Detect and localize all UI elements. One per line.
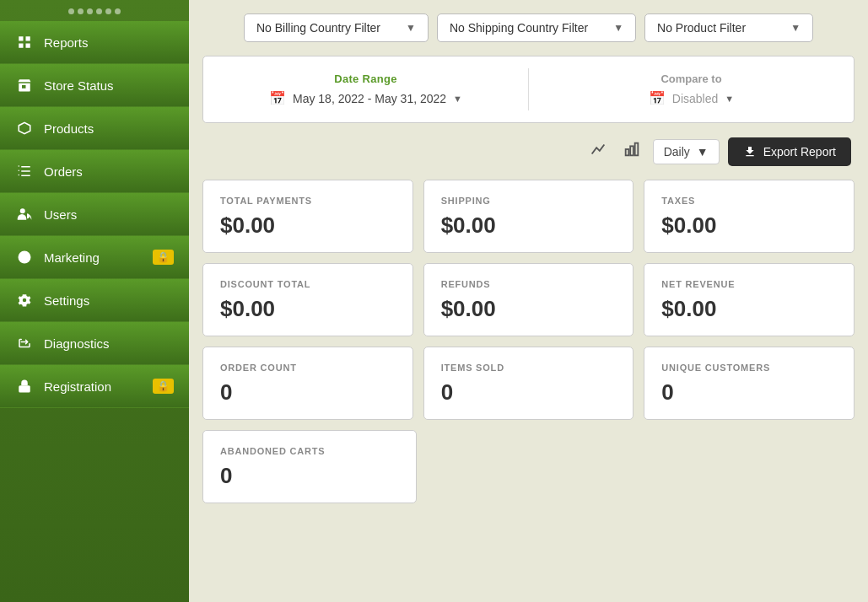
- stat-label-unique-customers: UNIQUE CUSTOMERS: [661, 363, 837, 373]
- diagnostics-icon: [15, 334, 34, 352]
- stat-card-total-payments: TOTAL PAYMENTS $0.00: [202, 180, 413, 253]
- sidebar-item-products[interactable]: Products: [0, 107, 189, 150]
- compare-chevron: ▼: [725, 94, 734, 104]
- stat-card-items-sold: ITEMS SOLD 0: [423, 347, 634, 420]
- sidebar-drag-handle: [0, 0, 189, 21]
- sidebar-item-store-status[interactable]: Store Status: [0, 64, 189, 107]
- sidebar-label-store-status: Store Status: [44, 78, 114, 93]
- product-filter-label: No Product Filter: [657, 21, 746, 35]
- stat-value-taxes: $0.00: [661, 212, 837, 239]
- sidebar-item-settings[interactable]: Settings: [0, 279, 189, 322]
- sidebar-item-users[interactable]: Users: [0, 193, 189, 236]
- stat-value-discount-total: $0.00: [220, 296, 396, 322]
- shipping-filter-label: No Shipping Country Filter: [450, 21, 588, 35]
- date-divider: [528, 68, 529, 110]
- stat-label-net-revenue: NET REVENUE: [661, 279, 837, 289]
- sidebar-label-users: Users: [44, 207, 77, 222]
- stat-label-shipping: SHIPPING: [441, 196, 617, 206]
- compare-label: Compare to: [660, 73, 721, 85]
- export-report-button[interactable]: Export Report: [728, 137, 851, 166]
- billing-filter-chevron: ▼: [406, 22, 416, 34]
- sidebar-label-diagnostics: Diagnostics: [44, 336, 110, 351]
- stat-label-discount-total: DISCOUNT TOTAL: [220, 279, 396, 289]
- registration-lock-icon: 🔒: [153, 379, 174, 394]
- stat-value-shipping: $0.00: [441, 212, 617, 239]
- compare-calendar-icon: 📅: [649, 90, 666, 106]
- date-range-value: May 18, 2022 - May 31, 2022: [293, 92, 446, 105]
- svg-rect-1: [26, 36, 30, 40]
- product-filter-chevron: ▼: [790, 22, 801, 34]
- stat-card-net-revenue: NET REVENUE $0.00: [644, 263, 855, 336]
- stat-card-discount-total: DISCOUNT TOTAL $0.00: [202, 263, 413, 336]
- product-filter-dropdown[interactable]: No Product Filter ▼: [644, 13, 813, 42]
- settings-icon: [15, 291, 34, 309]
- stat-card-order-count: ORDER COUNT 0: [202, 347, 413, 420]
- stat-label-refunds: REFUNDS: [441, 279, 617, 289]
- marketing-lock-icon: 🔒: [153, 250, 174, 265]
- sidebar-item-diagnostics[interactable]: Diagnostics: [0, 322, 189, 365]
- users-icon: [15, 205, 34, 223]
- period-dropdown[interactable]: Daily ▼: [653, 139, 720, 164]
- compare-value: Disabled: [672, 92, 718, 105]
- stat-label-taxes: TAXES: [661, 196, 837, 206]
- svg-rect-8: [630, 146, 633, 155]
- registration-icon: [15, 377, 34, 395]
- svg-rect-3: [26, 44, 30, 48]
- stat-label-total-payments: TOTAL PAYMENTS: [220, 196, 396, 206]
- sidebar-label-marketing: Marketing: [44, 250, 100, 265]
- marketing-icon: [15, 248, 34, 266]
- svg-rect-2: [19, 44, 23, 48]
- stat-value-items-sold: 0: [441, 379, 617, 406]
- stat-value-order-count: 0: [220, 379, 396, 406]
- shipping-filter-dropdown[interactable]: No Shipping Country Filter ▼: [437, 13, 636, 42]
- sidebar-label-registration: Registration: [44, 379, 111, 394]
- stat-card-taxes: TAXES $0.00: [644, 180, 855, 253]
- date-range-chevron: ▼: [453, 94, 462, 104]
- stat-value-total-payments: $0.00: [220, 212, 396, 239]
- stat-value-abandoned-carts: 0: [220, 463, 399, 489]
- svg-rect-9: [634, 143, 638, 156]
- svg-rect-0: [19, 36, 23, 40]
- stat-value-unique-customers: 0: [661, 379, 837, 406]
- compare-section[interactable]: Compare to 📅 Disabled ▼: [546, 73, 837, 106]
- date-range-label: Date Range: [334, 73, 397, 85]
- stat-card-unique-customers: UNIQUE CUSTOMERS 0: [644, 347, 855, 420]
- period-label: Daily: [664, 145, 690, 159]
- stat-card-abandoned-carts: ABANDONED CARTS 0: [202, 430, 417, 503]
- line-chart-button[interactable]: [585, 137, 611, 166]
- reports-icon: [15, 33, 34, 51]
- billing-filter-label: No Billing Country Filter: [256, 21, 380, 35]
- stat-label-items-sold: ITEMS SOLD: [441, 363, 617, 373]
- stat-value-net-revenue: $0.00: [661, 296, 837, 322]
- sidebar-item-orders[interactable]: Orders: [0, 150, 189, 193]
- sidebar-label-orders: Orders: [44, 164, 83, 179]
- stat-card-refunds: REFUNDS $0.00: [423, 263, 634, 336]
- date-range-section[interactable]: Date Range 📅 May 18, 2022 - May 31, 2022…: [220, 73, 511, 106]
- sidebar-label-settings: Settings: [44, 293, 89, 308]
- stat-label-order-count: ORDER COUNT: [220, 363, 396, 373]
- sidebar-item-reports[interactable]: Reports: [0, 21, 189, 64]
- products-icon: [15, 119, 34, 137]
- stat-label-abandoned-carts: ABANDONED CARTS: [220, 446, 399, 456]
- store-icon: [15, 76, 34, 94]
- svg-rect-7: [625, 149, 628, 155]
- calendar-icon: 📅: [269, 90, 286, 106]
- bar-chart-button[interactable]: [619, 137, 644, 166]
- toolbar-row: Daily ▼ Export Report: [202, 137, 855, 166]
- sidebar-label-products: Products: [44, 121, 94, 136]
- svg-point-4: [20, 208, 25, 213]
- stats-grid: TOTAL PAYMENTS $0.00 SHIPPING $0.00 TAXE…: [202, 180, 855, 420]
- stat-value-refunds: $0.00: [441, 296, 617, 322]
- main-content: No Billing Country Filter ▼ No Shipping …: [189, 0, 868, 602]
- svg-rect-6: [19, 385, 30, 392]
- sidebar-item-registration[interactable]: Registration 🔒: [0, 365, 189, 408]
- billing-filter-dropdown[interactable]: No Billing Country Filter ▼: [244, 13, 429, 42]
- stat-card-shipping: SHIPPING $0.00: [423, 180, 634, 253]
- sidebar-item-marketing[interactable]: Marketing 🔒: [0, 236, 189, 279]
- orders-icon: [15, 162, 34, 180]
- filters-row: No Billing Country Filter ▼ No Shipping …: [202, 13, 855, 42]
- shipping-filter-chevron: ▼: [613, 22, 623, 34]
- abandoned-section: ABANDONED CARTS 0: [202, 430, 855, 503]
- sidebar: Reports Store Status Products Orders Use…: [0, 0, 189, 602]
- sidebar-label-reports: Reports: [44, 35, 89, 50]
